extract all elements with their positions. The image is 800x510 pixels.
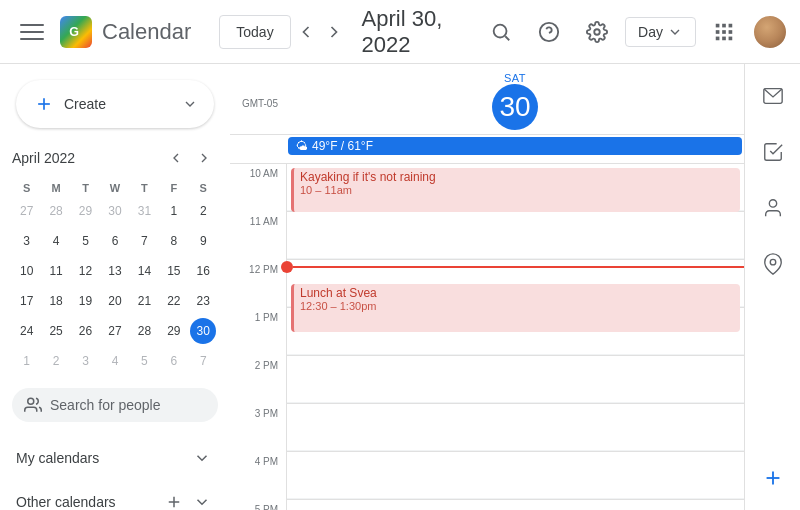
cal-day-cell[interactable]: 22 [159, 286, 188, 316]
cal-day-cell[interactable]: 23 [189, 286, 218, 316]
cal-day-cell[interactable]: 15 [159, 256, 188, 286]
svg-rect-12 [729, 30, 733, 34]
cal-day-cell[interactable]: 8 [159, 226, 188, 256]
cal-day-cell[interactable]: 26 [71, 316, 100, 346]
other-calendars-expand[interactable] [190, 490, 214, 510]
day-number[interactable]: 30 [492, 84, 538, 130]
cal-day-cell[interactable]: 4 [41, 226, 70, 256]
mini-cal-next[interactable] [190, 144, 218, 172]
cal-day-cell[interactable]: 28 [41, 196, 70, 226]
topbar: G Calendar Today April 30, 2022 Day [0, 0, 800, 64]
cal-day-cell[interactable]: 4 [100, 346, 129, 376]
cal-day-cell[interactable]: 7 [130, 226, 159, 256]
cal-day-cell[interactable]: 20 [100, 286, 129, 316]
svg-text:G: G [69, 25, 79, 39]
cal-day-cell[interactable]: 9 [189, 226, 218, 256]
search-people-icon [24, 396, 42, 414]
search-button[interactable] [481, 12, 521, 52]
cal-day-cell[interactable]: 19 [71, 286, 100, 316]
right-panel-add-button[interactable] [753, 458, 793, 498]
my-calendars-expand[interactable] [190, 446, 214, 470]
half-hour-line [287, 236, 744, 260]
cal-day-cell[interactable]: 7 [189, 346, 218, 376]
kayak-event[interactable]: Kayaking if it's not raining 10 – 11am [291, 168, 740, 212]
cal-day-cell[interactable]: 6 [159, 346, 188, 376]
cal-day-cell[interactable]: 30 [100, 196, 129, 226]
create-chevron-icon [182, 96, 198, 112]
cal-day-cell[interactable]: 27 [100, 316, 129, 346]
svg-line-3 [505, 36, 509, 40]
cal-day-cell[interactable]: 16 [189, 256, 218, 286]
topbar-center: Today April 30, 2022 [219, 6, 473, 58]
avatar[interactable] [752, 14, 788, 50]
sidebar: Create April 2022 SMTWTFS 27282930311 [0, 64, 230, 510]
cal-day-cell[interactable]: 18 [41, 286, 70, 316]
cal-day-cell[interactable]: 1 [12, 346, 41, 376]
time-label: 1 PM [230, 308, 286, 356]
mini-cal-title: April 2022 [12, 150, 162, 166]
right-panel [744, 64, 800, 510]
help-button[interactable] [529, 12, 569, 52]
right-panel-mail-icon[interactable] [753, 76, 793, 116]
half-hour-line [287, 332, 744, 356]
cal-day-cell[interactable]: 6 [100, 226, 129, 256]
cal-day-cell[interactable]: 10 [12, 256, 41, 286]
cal-day-cell[interactable]: 13 [100, 256, 129, 286]
current-time-dot [281, 261, 293, 273]
cal-day-cell[interactable]: 27 [12, 196, 41, 226]
weather-event[interactable]: 🌤 49°F / 61°F [288, 137, 742, 155]
cal-day-cell[interactable]: 14 [130, 256, 159, 286]
cal-day-cell[interactable]: 2 [189, 196, 218, 226]
other-calendars-header[interactable]: Other calendars [8, 482, 222, 510]
search-people[interactable]: Search for people [12, 388, 218, 422]
cal-day-cell[interactable]: 24 [12, 316, 41, 346]
cal-day-cell[interactable]: 5 [130, 346, 159, 376]
cal-day-cell[interactable]: 11 [41, 256, 70, 286]
cal-day-cell[interactable]: 12 [71, 256, 100, 286]
dow-header: M [41, 180, 70, 196]
view-selector[interactable]: Day [625, 17, 696, 47]
time-label: 10 AM [230, 164, 286, 212]
cal-day-cell[interactable]: 3 [71, 346, 100, 376]
other-calendars-section: Other calendars [0, 482, 230, 510]
half-hour-line [287, 476, 744, 500]
kayak-event-time: 10 – 11am [300, 184, 734, 196]
right-panel-task-icon[interactable] [753, 132, 793, 172]
mini-cal-prev[interactable] [162, 144, 190, 172]
cal-day-cell[interactable]: 2 [41, 346, 70, 376]
cal-day-cell[interactable]: 25 [41, 316, 70, 346]
cal-day-cell[interactable]: 5 [71, 226, 100, 256]
cal-day-cell[interactable]: 31 [130, 196, 159, 226]
allday-row: 🌤 49°F / 61°F [230, 135, 744, 164]
hamburger-icon [20, 20, 44, 44]
right-panel-maps-icon[interactable] [753, 244, 793, 284]
other-calendars-add[interactable] [162, 490, 186, 510]
hour-line [287, 404, 744, 452]
grid-button[interactable] [704, 12, 744, 52]
cal-day-cell[interactable]: 29 [159, 316, 188, 346]
svg-rect-13 [716, 36, 720, 40]
cal-day-cell[interactable]: 28 [130, 316, 159, 346]
current-time-bar [293, 266, 744, 268]
half-hour-line [287, 428, 744, 452]
cal-day-cell[interactable]: 3 [12, 226, 41, 256]
cal-day-cell[interactable]: 29 [71, 196, 100, 226]
my-calendars-title: My calendars [16, 450, 190, 466]
create-button[interactable]: Create [16, 80, 214, 128]
lunch-event[interactable]: Lunch at Svea 12:30 – 1:30pm [291, 284, 740, 332]
cal-day-cell[interactable]: 1 [159, 196, 188, 226]
other-calendars-icons [162, 490, 214, 510]
prev-button[interactable] [295, 16, 318, 48]
my-calendars-icons [190, 446, 214, 470]
my-calendars-header[interactable]: My calendars [8, 438, 222, 478]
my-calendars-section: My calendars [0, 438, 230, 478]
cal-day-cell[interactable]: 17 [12, 286, 41, 316]
right-panel-people-icon[interactable] [753, 188, 793, 228]
next-button[interactable] [322, 16, 345, 48]
time-labels: 10 AM11 AM12 PM1 PM2 PM3 PM4 PM5 PM6 PM7… [230, 164, 286, 510]
today-button[interactable]: Today [219, 15, 290, 49]
cal-day-cell[interactable]: 30 [189, 316, 218, 346]
hamburger-button[interactable] [12, 12, 52, 52]
cal-day-cell[interactable]: 21 [130, 286, 159, 316]
settings-button[interactable] [577, 12, 617, 52]
